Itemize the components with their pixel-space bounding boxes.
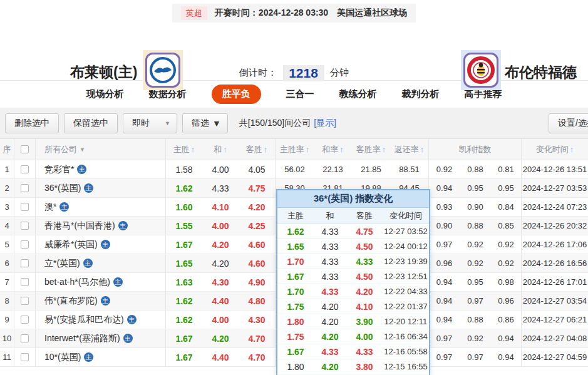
odds-value[interactable]: 1.62 [166,315,202,325]
company-name[interactable]: 竞彩官*主 [36,160,166,178]
odds-value[interactable]: 4.25 [239,217,276,235]
odds-value[interactable]: 1.65 [166,259,202,269]
row-checkbox[interactable] [21,222,29,230]
company-name[interactable]: 10*(英国)主 [36,348,166,366]
tab-现场分析[interactable]: 现场分析 [86,85,124,104]
kelly-value: 0.90 [460,202,491,212]
odds-value[interactable]: 4.30 [239,311,276,329]
odds-value[interactable]: 4.00 [202,221,239,231]
odds-value[interactable]: 1.60 [166,202,202,212]
company-name[interactable]: 香港马*(中国香港)主 [36,217,166,235]
popup-row: 1.754.204.1012-22 01:37 [277,299,429,314]
column-home-win[interactable]: 主胜↑ [166,144,202,155]
row-checkbox[interactable] [21,165,29,173]
odds-value[interactable]: 4.30 [202,277,239,287]
company-name[interactable]: 澳*主 [36,198,166,216]
popup-odds-value: 4.33 [314,257,346,267]
company-name[interactable]: 立*(英国)主 [36,254,166,272]
company-name[interactable]: bet-at-h*(马尔他)主 [36,273,166,291]
column-return-rate[interactable]: 返还率↑ [390,139,429,160]
row-checkbox[interactable] [21,334,29,342]
row-checkbox[interactable] [21,184,29,192]
column-company[interactable]: 所有公司▼ [36,139,166,160]
row-checkbox[interactable] [21,259,29,267]
change-time: 2024-12-27 04:59 [522,352,588,362]
company-name[interactable]: 伟*(直布罗陀)主 [36,292,166,310]
odds-value[interactable]: 4.00 [202,165,239,175]
odds-value[interactable]: 4.60 [239,235,276,254]
popup-column-away: 客胜 [346,210,383,222]
popup-change-time: 12-24 00:12 [383,242,429,251]
company-name[interactable]: 36*(英国)主 [36,179,166,197]
popup-odds-value: 4.00 [346,332,383,342]
odds-value[interactable]: 4.20 [202,240,239,250]
column-draw[interactable]: 和↑ [202,144,239,155]
popup-row: 1.754.204.0012-16 06:34 [277,329,429,344]
show-link[interactable]: [显示] [314,118,336,128]
popup-change-time: 12-22 01:37 [383,302,429,311]
column-change-time[interactable]: 变化时间↑ [522,144,588,155]
odds-value[interactable]: 4.70 [239,329,276,347]
column-seq: 序 [0,139,14,160]
kelly-value: 0.92 [460,259,491,268]
delete-selected-button[interactable]: 删除选中 [5,113,59,133]
league-badge: 英超 [181,6,207,20]
column-away-rate[interactable]: 客胜率↑ [352,144,390,155]
row-checkbox[interactable] [21,203,29,211]
row-checkbox[interactable] [21,278,29,286]
popup-odds-value: 1.80 [277,317,314,327]
column-away-win[interactable]: 客胜↑ [239,139,276,160]
kelly-value: 0.94 [429,183,460,193]
odds-value[interactable]: 1.67 [166,352,202,362]
odds-value[interactable]: 4.90 [239,273,276,291]
odds-value[interactable]: 4.33 [202,183,239,193]
odds-value[interactable]: 1.58 [166,165,202,175]
company-name[interactable]: 易*(安提瓜和巴布达)主 [36,311,166,329]
odds-value[interactable]: 1.62 [166,183,202,193]
tab-胜平负[interactable]: 胜平负 [212,85,261,104]
row-checkbox[interactable] [21,353,29,361]
row-checkbox[interactable] [21,240,29,249]
odds-value[interactable]: 4.70 [239,348,276,366]
change-time: 2024-12-26 20:32 [522,221,588,230]
popup-odds-value: 4.33 [346,257,383,267]
popup-odds-value: 4.33 [314,242,346,252]
odds-value[interactable]: 4.75 [239,179,276,197]
row-number: 7 [0,273,14,291]
odds-value[interactable]: 4.20 [202,259,239,269]
tab-教练分析[interactable]: 教练分析 [339,85,377,104]
odds-value[interactable]: 4.60 [239,254,276,272]
settings-button[interactable]: 设置/选择 [549,113,588,133]
home-badge-icon: 主 [84,352,93,362]
instant-dropdown[interactable]: 即时 ▼ [123,113,177,133]
keep-selected-button[interactable]: 保留选中 [64,113,118,133]
column-home-rate[interactable]: 主胜率↑ [276,144,314,155]
odds-value[interactable]: 4.40 [202,296,239,306]
odds-value[interactable]: 4.10 [202,202,239,212]
odds-value[interactable]: 1.55 [166,221,202,231]
tab-三合一[interactable]: 三合一 [286,85,314,104]
company-name[interactable]: 威廉希*(英国)主 [36,235,166,254]
odds-value[interactable]: 4.40 [202,352,239,362]
odds-value[interactable]: 4.20 [239,198,276,216]
filter-dropdown[interactable]: 筛选 ▼ [182,113,228,133]
odds-value[interactable]: 4.00 [202,315,239,325]
row-checkbox[interactable] [21,316,29,324]
odds-value[interactable]: 1.67 [166,240,202,250]
tab-裁判分析[interactable]: 裁判分析 [402,85,440,104]
odds-value[interactable]: 4.05 [239,160,276,178]
odds-value[interactable]: 1.62 [166,296,202,306]
popup-change-time: 12-27 03:52 [383,227,429,236]
company-name[interactable]: Interwet*(塞浦路斯)主 [36,329,166,347]
popup-odds-value: 1.65 [277,242,314,252]
odds-value[interactable]: 1.63 [166,277,202,287]
change-time: 2024-12-26 13:51 [522,165,588,174]
odds-value[interactable]: 1.67 [166,334,202,344]
odds-value[interactable]: 4.20 [202,334,239,344]
sort-up-icon: ↑ [191,145,195,154]
select-all-checkbox[interactable] [21,145,29,153]
rate-value: 21.85 [352,165,390,174]
odds-value[interactable]: 4.80 [239,292,276,310]
column-draw-rate[interactable]: 和率↑ [314,144,352,155]
row-checkbox[interactable] [21,297,29,305]
